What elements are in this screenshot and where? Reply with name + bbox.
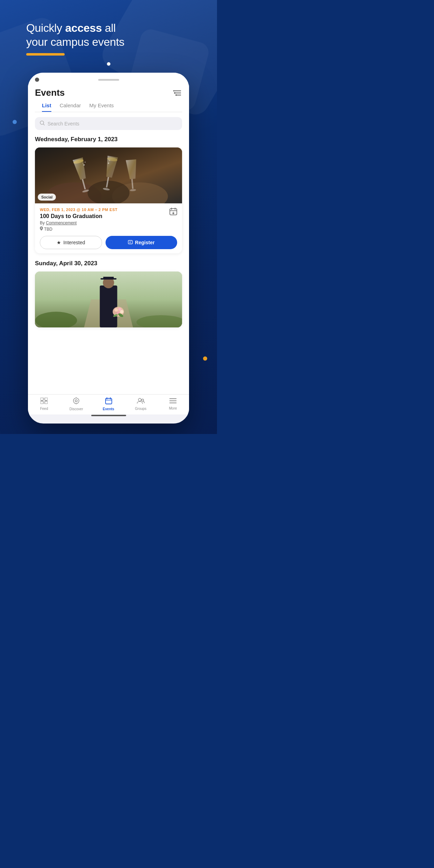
event-actions: ★ Interested Register <box>40 236 177 249</box>
home-bar <box>91 415 126 416</box>
svg-rect-54 <box>45 398 48 400</box>
register-button[interactable]: Register <box>106 236 177 249</box>
calendar-save-icon[interactable] <box>169 208 177 217</box>
nav-item-more[interactable]: More <box>157 398 189 410</box>
svg-point-58 <box>75 400 77 402</box>
nav-label-discover: Discover <box>70 407 83 411</box>
phone-frame: Events List Calendar My Events <box>28 73 189 424</box>
nav-item-feed[interactable]: Feed <box>28 398 60 411</box>
nav-label-feed: Feed <box>40 407 48 411</box>
phone-speaker <box>98 79 119 81</box>
event-location: TBD <box>40 226 177 232</box>
event-date-label: WED, FEB 1, 2023 @ 10 AM – 2 PM EST <box>40 208 177 212</box>
event-card-graduation: Social WED, FEB 1, 2023 @ 10 AM – 2 PM E… <box>35 147 182 253</box>
filter-icon[interactable] <box>172 88 182 98</box>
location-pin-icon <box>40 226 43 232</box>
search-bar[interactable]: Search Events <box>35 117 182 130</box>
home-indicator <box>28 414 189 417</box>
tab-bar: List Calendar My Events <box>35 98 182 112</box>
date-header-feb: Wednesday, February 1, 2023 <box>35 136 182 143</box>
tab-calendar[interactable]: Calendar <box>60 102 81 112</box>
svg-point-5 <box>175 94 177 96</box>
events-icon <box>105 397 112 406</box>
event-badge-social: Social <box>38 194 56 201</box>
dot-white <box>107 62 110 66</box>
tab-list[interactable]: List <box>42 102 51 112</box>
svg-rect-35 <box>128 240 132 244</box>
app-screen: Events List Calendar My Events <box>28 82 189 417</box>
svg-point-65 <box>138 398 141 401</box>
dot-blue <box>13 120 17 124</box>
star-icon: ★ <box>57 240 61 245</box>
svg-point-23 <box>84 164 85 166</box>
nav-item-discover[interactable]: Discover <box>60 397 92 411</box>
svg-line-7 <box>43 124 44 125</box>
svg-point-24 <box>85 162 86 163</box>
hero-section: Quickly access allyour campus events <box>26 21 191 56</box>
svg-rect-56 <box>45 401 48 404</box>
search-icon <box>40 121 45 126</box>
dot-yellow <box>203 356 207 361</box>
svg-point-48 <box>118 308 121 311</box>
svg-point-47 <box>115 308 118 312</box>
svg-rect-45 <box>101 278 117 280</box>
feed-icon <box>41 398 48 406</box>
event-name: 100 Days to Graduation <box>40 213 177 219</box>
search-placeholder: Search Events <box>48 121 79 126</box>
event-image-april <box>35 272 182 327</box>
nav-label-more: More <box>169 406 177 410</box>
event-info-graduation: WED, FEB 1, 2023 @ 10 AM – 2 PM EST 100 … <box>35 203 182 253</box>
svg-rect-61 <box>106 398 112 404</box>
svg-point-50 <box>120 310 124 313</box>
nav-item-groups[interactable]: Groups <box>125 398 157 411</box>
events-scroll-area[interactable]: Search Events Wednesday, February 1, 202… <box>28 112 189 394</box>
svg-point-26 <box>108 162 109 164</box>
hero-underline <box>26 53 65 56</box>
event-organizer: By Commencement <box>40 220 177 225</box>
phone-top-bar <box>28 73 189 82</box>
app-header: Events List Calendar My Events <box>28 82 189 112</box>
tab-my-events[interactable]: My Events <box>89 102 114 112</box>
event-image-champagne: Social <box>35 147 182 203</box>
nav-item-events[interactable]: Events <box>92 397 124 411</box>
groups-icon <box>137 398 145 406</box>
register-icon <box>128 240 133 246</box>
svg-point-3 <box>173 90 174 92</box>
phone-camera <box>35 78 39 82</box>
hero-title: Quickly access allyour campus events <box>26 21 191 49</box>
svg-point-57 <box>73 398 79 404</box>
svg-rect-55 <box>41 401 43 404</box>
date-header-april: Sunday, April 30, 2023 <box>35 260 182 267</box>
bottom-nav: Feed Discover <box>28 394 189 414</box>
svg-point-27 <box>109 160 110 161</box>
svg-rect-42 <box>100 285 117 327</box>
svg-rect-53 <box>41 398 43 400</box>
interested-button[interactable]: ★ Interested <box>40 236 102 249</box>
more-icon <box>169 398 176 405</box>
svg-point-4 <box>174 92 175 94</box>
nav-label-events: Events <box>103 407 114 411</box>
svg-point-66 <box>142 399 144 401</box>
svg-point-25 <box>83 163 84 164</box>
event-card-april <box>35 272 182 327</box>
discover-icon <box>73 397 80 406</box>
nav-label-groups: Groups <box>135 407 146 411</box>
organizer-link[interactable]: Commencement <box>46 220 77 225</box>
page-title: Events <box>35 87 65 98</box>
